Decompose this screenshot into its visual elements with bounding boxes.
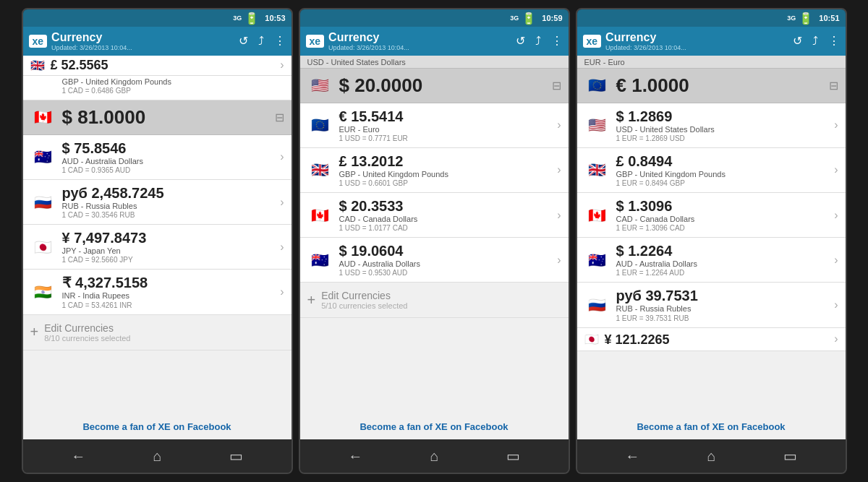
amount-rub-3: руб 39.7531 [616,287,829,304]
battery-icon-1: 🔋 [244,12,259,25]
recent-btn-2[interactable]: ▭ [506,447,520,465]
flag-aud-3: 🇦🇺 [584,251,610,269]
chevron-eur-2: › [557,119,561,132]
bottom-nav-3: ← ⌂ ▭ [577,439,846,473]
base-edit-icon-2[interactable]: ⊟ [552,79,561,92]
status-bar-2: 3G 🔋 10:59 [300,9,569,27]
amount-aud-1: $ 75.8546 [62,139,275,157]
edit-currencies-row-2[interactable]: + Edit Currencies 5/10 currencies select… [300,283,569,318]
header-icons-3: ↺ ⤴ ⋮ [793,34,840,48]
currency-item-aud-1[interactable]: 🇦🇺 $ 75.8546 AUD - Australia Dollars 1 C… [23,135,292,180]
menu-icon-3[interactable]: ⋮ [828,34,840,48]
recent-btn-1[interactable]: ▭ [229,447,243,465]
currency-info-gbp-2: £ 13.2012 GBP - United Kingdom Pounds 1 … [339,152,552,188]
base-code-line-2: USD - United States Dollars [300,56,569,69]
facebook-link-3[interactable]: Become a fan of XE on Facebook [637,421,785,432]
base-edit-icon-1[interactable]: ⊟ [275,111,284,124]
name-inr-1: INR - India Rupees [62,291,275,301]
header-title-2: Currency [328,31,409,44]
chevron-cad-2: › [557,209,561,222]
currency-item-eur-2[interactable]: 🇪🇺 € 15.5414 EUR - Euro 1 USD = 0.7771 E… [300,103,569,148]
currency-info-usd-3: $ 1.2869 USD - United States Dollars 1 E… [616,108,829,143]
menu-icon-2[interactable]: ⋮ [551,34,563,48]
name-eur-2: EUR - Euro [339,125,552,134]
flag-aud-1: 🇦🇺 [30,148,56,165]
currency-item-usd-3[interactable]: 🇺🇸 $ 1.2869 USD - United States Dollars … [577,103,846,148]
base-currency-row-2[interactable]: 🇺🇸 $ 20.0000 ⊟ [300,69,569,103]
refresh-icon-3[interactable]: ↺ [793,34,802,48]
partial-top-row-1[interactable]: 🇬🇧 £ 52.5565 › [23,56,292,76]
back-btn-2[interactable]: ← [348,448,362,465]
edit-plus-icon-1: + [30,324,39,340]
xe-logo-2: xe [306,35,325,48]
bottom-nav-2: ← ⌂ ▭ [300,439,569,473]
currency-item-cad-3[interactable]: 🇨🇦 $ 1.3096 CAD - Canada Dollars 1 EUR =… [577,193,846,238]
base-currency-row-1[interactable]: 🇨🇦 $ 81.0000 ⊟ [23,100,292,135]
currency-item-aud-2[interactable]: 🇦🇺 $ 19.0604 AUD - Australia Dollars 1 U… [300,238,569,283]
flag-rub-1: 🇷🇺 [30,194,56,211]
share-icon-3[interactable]: ⤴ [812,35,818,48]
flag-usd-base: 🇺🇸 [307,77,333,94]
rate-aud-3: 1 EUR = 1.2264 AUD [616,269,829,277]
currency-info-aud-2: $ 19.0604 AUD - Australia Dollars 1 USD … [339,242,552,277]
name-aud-2: AUD - Australia Dollars [339,259,552,269]
currency-item-gbp-2[interactable]: 🇬🇧 £ 13.2012 GBP - United Kingdom Pounds… [300,148,569,193]
facebook-link-1[interactable]: Become a fan of XE on Facebook [82,421,231,432]
chevron-cad-3: › [834,209,838,222]
name-cad-2: CAD - Canada Dollars [339,215,552,224]
amount-aud-3: $ 1.2264 [616,242,829,259]
facebook-link-2[interactable]: Become a fan of XE on Facebook [359,421,508,432]
header-title-group-1: Currency Updated: 3/26/2013 10:04... [51,31,132,51]
currency-item-gbp-3[interactable]: 🇬🇧 £ 0.8494 GBP - United Kingdom Pounds … [577,148,846,193]
recent-btn-3[interactable]: ▭ [783,447,797,465]
partial-amount-1: £ 52.5565 [51,58,109,72]
header-icons-1: ↺ ⤴ ⋮ [239,34,286,48]
edit-currencies-row-1[interactable]: + Edit Currencies 8/10 currencies select… [23,315,292,350]
home-btn-2[interactable]: ⌂ [430,448,438,465]
partial-jpy-amount-3: ¥ 121.2265 [605,332,829,348]
name-aud-1: AUD - Australia Dollars [62,157,275,166]
name-rub-1: RUB - Russia Rubles [62,202,275,211]
share-icon-2[interactable]: ⤴ [535,35,541,48]
rate-jpy-1: 1 CAD = 92.5660 JPY [62,256,275,264]
spacer-3 [577,351,846,414]
phone-2: 3G 🔋 10:59 xe Currency Updated: 3/26/201… [299,8,570,474]
currency-info-jpy-1: ¥ 7,497.8473 JPY - Japan Yen 1 CAD = 92.… [62,229,275,264]
status-icons-2: 🔋 [522,12,536,25]
base-edit-icon-3[interactable]: ⊟ [829,79,838,92]
amount-aud-2: $ 19.0604 [339,242,552,259]
home-btn-1[interactable]: ⌂ [153,448,161,465]
bottom-nav-1: ← ⌂ ▭ [23,439,292,473]
currency-list-2: USD - United States Dollars 🇺🇸 $ 20.0000… [300,56,569,439]
currency-info-aud-1: $ 75.8546 AUD - Australia Dollars 1 CAD … [62,139,275,175]
chevron-inr-1: › [280,285,284,298]
currency-list-1: 🇬🇧 £ 52.5565 › GBP - United Kingdom Poun… [23,56,292,439]
currency-item-rub-3[interactable]: 🇷🇺 руб 39.7531 RUB - Russia Rubles 1 EUR… [577,283,846,327]
amount-cad-2: $ 20.3533 [339,197,552,215]
name-cad-3: CAD - Canada Dollars [616,215,829,224]
back-btn-1[interactable]: ← [71,448,85,465]
header-updated-2: Updated: 3/26/2013 10:04... [328,44,409,51]
rate-rub-1: 1 CAD = 30.3546 RUB [62,211,275,220]
base-amount-1: $ 81.0000 [62,106,269,129]
currency-item-inr-1[interactable]: 🇮🇳 ₹ 4,327.5158 INR - India Rupees 1 CAD… [23,270,292,314]
home-btn-3[interactable]: ⌂ [707,448,715,465]
amount-usd-3: $ 1.2869 [616,108,829,125]
base-currency-row-3[interactable]: 🇪🇺 € 1.0000 ⊟ [577,69,846,103]
partial-jpy-row-3[interactable]: 🇯🇵 ¥ 121.2265 › [577,328,846,351]
currency-item-jpy-1[interactable]: 🇯🇵 ¥ 7,497.8473 JPY - Japan Yen 1 CAD = … [23,225,292,270]
facebook-row-2: Become a fan of XE on Facebook [300,414,569,439]
header-updated-1: Updated: 3/26/2013 10:04... [51,44,132,51]
refresh-icon-2[interactable]: ↺ [516,34,525,48]
share-icon-1[interactable]: ⤴ [258,35,264,48]
refresh-icon-1[interactable]: ↺ [239,34,248,48]
currency-item-rub-1[interactable]: 🇷🇺 руб 2,458.7245 RUB - Russia Rubles 1 … [23,180,292,225]
flag-cad-3: 🇨🇦 [584,207,610,224]
battery-icon-2: 🔋 [522,12,536,25]
edit-currencies-info-2: Edit Currencies 5/10 currencies selected [321,290,407,310]
currency-item-aud-3[interactable]: 🇦🇺 $ 1.2264 AUD - Australia Dollars 1 EU… [577,238,846,283]
currency-item-cad-2[interactable]: 🇨🇦 $ 20.3533 CAD - Canada Dollars 1 USD … [300,193,569,238]
currency-info-gbp-3: £ 0.8494 GBP - United Kingdom Pounds 1 E… [616,152,829,188]
menu-icon-1[interactable]: ⋮ [274,34,286,48]
back-btn-3[interactable]: ← [625,448,639,465]
